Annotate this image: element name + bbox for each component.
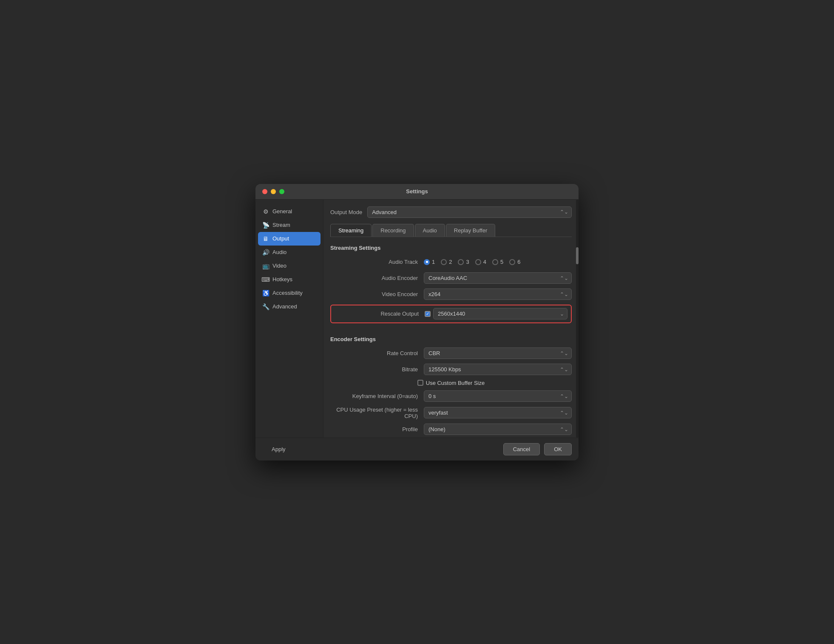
sidebar-label-advanced: Advanced — [272, 303, 297, 310]
radio-4-button[interactable] — [475, 259, 481, 265]
video-encoder-label: Video Encoder — [330, 291, 424, 297]
sidebar-item-video[interactable]: 📺 Video — [255, 259, 323, 273]
sidebar: ⚙ General 📡 Stream 🖥 Output 🔊 Audio 📺 Vi… — [255, 200, 323, 438]
window-title: Settings — [406, 188, 428, 195]
sidebar-item-audio[interactable]: 🔊 Audio — [255, 246, 323, 259]
main-panel-wrapper: Output Mode Advanced Simple ⌃⌄ Streaming — [323, 200, 579, 438]
tab-replay-buffer[interactable]: Replay Buffer — [446, 224, 496, 237]
hotkeys-icon: ⌨ — [262, 276, 269, 283]
radio-5-button[interactable] — [492, 259, 498, 265]
encoder-settings-section: Encoder Settings Rate Control CBR ⌃⌄ — [330, 334, 572, 438]
rate-control-row: Rate Control CBR ⌃⌄ — [330, 347, 572, 359]
radio-6-button[interactable] — [509, 259, 515, 265]
sidebar-label-audio: Audio — [272, 249, 287, 255]
apply-button[interactable]: Apply — [262, 443, 295, 455]
bitrate-row: Bitrate 125500 Kbps ⌃⌄ — [330, 364, 572, 376]
audio-track-1[interactable]: 1 — [424, 259, 435, 265]
custom-buffer-text: Use Custom Buffer Size — [426, 380, 485, 386]
cancel-button[interactable]: Cancel — [503, 443, 540, 455]
traffic-lights — [262, 189, 284, 194]
content-area: ⚙ General 📡 Stream 🖥 Output 🔊 Audio 📺 Vi… — [255, 200, 579, 438]
sidebar-item-hotkeys[interactable]: ⌨ Hotkeys — [255, 273, 323, 286]
tab-audio[interactable]: Audio — [415, 224, 445, 237]
bitrate-select[interactable]: 125500 Kbps — [424, 364, 572, 375]
sidebar-label-accessibility: Accessibility — [272, 290, 303, 296]
output-mode-label: Output Mode — [330, 209, 362, 215]
custom-buffer-row: Use Custom Buffer Size — [330, 380, 572, 386]
sidebar-item-general[interactable]: ⚙ General — [255, 205, 323, 218]
close-button[interactable] — [262, 189, 267, 194]
rescale-output-label: Rescale Output — [331, 311, 425, 317]
audio-icon: 🔊 — [262, 249, 269, 256]
audio-track-2[interactable]: 2 — [441, 259, 452, 265]
stream-icon: 📡 — [262, 222, 269, 229]
ok-button[interactable]: OK — [544, 443, 572, 455]
audio-track-3[interactable]: 3 — [458, 259, 469, 265]
sidebar-item-advanced[interactable]: 🔧 Advanced — [255, 300, 323, 314]
sidebar-label-general: General — [272, 208, 292, 215]
cpu-preset-wrap: veryfast ⌃⌄ — [424, 407, 572, 418]
sidebar-label-hotkeys: Hotkeys — [272, 276, 292, 282]
sidebar-label-stream: Stream — [272, 222, 290, 228]
cpu-preset-row: CPU Usage Preset (higher = less CPU) ver… — [330, 407, 572, 419]
audio-track-row: Audio Track 1 2 — [330, 256, 572, 268]
output-icon: 🖥 — [262, 235, 269, 242]
encoder-settings-title: Encoder Settings — [330, 336, 572, 342]
radio-5-label: 5 — [500, 259, 503, 265]
radio-1-button[interactable] — [424, 259, 430, 265]
rescale-output-row: Rescale Output 2560x1440 1920x1080 3840x… — [331, 308, 567, 320]
footer-right-buttons: Cancel OK — [503, 443, 572, 455]
accessibility-icon: ♿ — [262, 290, 269, 297]
bitrate-wrap: 125500 Kbps ⌃⌄ — [424, 364, 572, 375]
profile-select[interactable]: (None) — [424, 424, 572, 435]
minimize-button[interactable] — [271, 189, 276, 194]
maximize-button[interactable] — [279, 189, 284, 194]
scrollbar-thumb[interactable] — [576, 247, 579, 264]
rate-control-select[interactable]: CBR — [424, 347, 572, 359]
radio-3-button[interactable] — [458, 259, 464, 265]
audio-tracks-control: 1 2 3 4 — [424, 259, 572, 265]
rescale-resolution-wrap: 2560x1440 1920x1080 3840x2160 ⌄ — [433, 308, 567, 319]
radio-2-label: 2 — [449, 259, 452, 265]
rate-control-wrap: CBR ⌃⌄ — [424, 347, 572, 359]
radio-1-label: 1 — [432, 259, 435, 265]
cpu-preset-select[interactable]: veryfast — [424, 407, 572, 418]
sidebar-item-stream[interactable]: 📡 Stream — [255, 218, 323, 232]
scrollbar[interactable] — [576, 200, 579, 438]
video-encoder-select[interactable]: x264 — [424, 288, 572, 300]
rescale-output-checkbox[interactable] — [425, 311, 431, 317]
radio-2-button[interactable] — [441, 259, 447, 265]
keyframe-label: Keyframe Interval (0=auto) — [330, 393, 424, 399]
advanced-icon: 🔧 — [262, 303, 269, 310]
tabs-bar: Streaming Recording Audio Replay Buffer — [330, 224, 572, 237]
sidebar-label-output: Output — [272, 235, 289, 242]
audio-track-4[interactable]: 4 — [475, 259, 486, 265]
audio-encoder-select[interactable]: CoreAudio AAC — [424, 272, 572, 284]
tab-streaming[interactable]: Streaming — [330, 224, 372, 237]
audio-track-label: Audio Track — [330, 259, 424, 265]
output-mode-row: Output Mode Advanced Simple ⌃⌄ — [330, 206, 572, 218]
profile-wrap: (None) ⌃⌄ — [424, 424, 572, 435]
audio-track-6[interactable]: 6 — [509, 259, 520, 265]
sidebar-item-accessibility[interactable]: ♿ Accessibility — [255, 286, 323, 300]
output-mode-select[interactable]: Advanced Simple — [367, 206, 572, 218]
video-encoder-row: Video Encoder x264 ⌃⌄ — [330, 288, 572, 300]
radio-6-label: 6 — [517, 259, 520, 265]
rescale-resolution-select[interactable]: 2560x1440 1920x1080 3840x2160 — [433, 308, 567, 319]
audio-encoder-label: Audio Encoder — [330, 275, 424, 281]
audio-encoder-row: Audio Encoder CoreAudio AAC ⌃⌄ — [330, 272, 572, 284]
titlebar: Settings — [255, 184, 579, 200]
rate-control-label: Rate Control — [330, 350, 424, 356]
custom-buffer-label[interactable]: Use Custom Buffer Size — [417, 380, 485, 386]
tab-recording[interactable]: Recording — [372, 224, 414, 237]
sidebar-item-output[interactable]: 🖥 Output — [258, 232, 321, 246]
video-icon: 📺 — [262, 263, 269, 269]
settings-window: Settings ⚙ General 📡 Stream 🖥 Output 🔊 A… — [255, 184, 579, 460]
audio-track-5[interactable]: 5 — [492, 259, 503, 265]
custom-buffer-checkbox[interactable] — [417, 380, 423, 386]
keyframe-select[interactable]: 0 s — [424, 390, 572, 402]
gear-icon: ⚙ — [262, 208, 269, 215]
streaming-settings-section: Streaming Settings Audio Track 1 2 — [330, 243, 572, 328]
cpu-preset-label: CPU Usage Preset (higher = less CPU) — [330, 407, 424, 419]
profile-row: Profile (None) ⌃⌄ — [330, 424, 572, 435]
